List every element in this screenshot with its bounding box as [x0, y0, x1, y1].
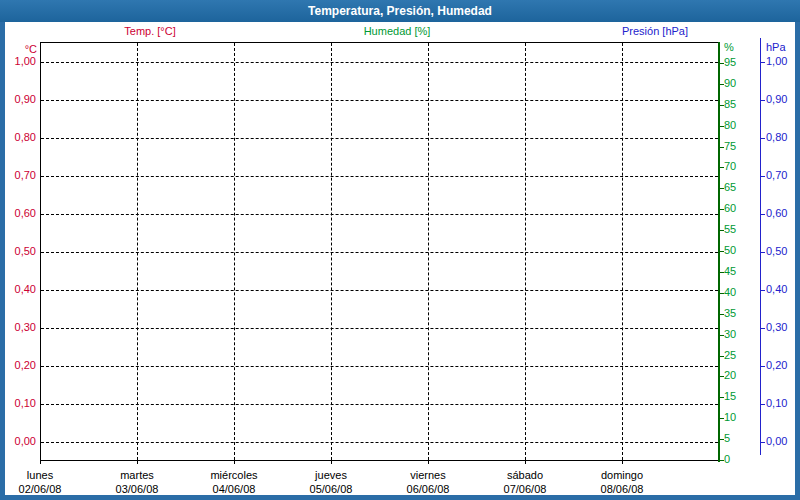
temperature-axis-tick-label: 0,60	[0, 207, 36, 220]
temperature-axis-tick-label: 0,70	[0, 169, 36, 182]
humidity-axis-tick-label: 45	[724, 265, 736, 278]
x-axis-tick	[234, 461, 235, 464]
pressure-axis-unit-label: hPa	[766, 41, 786, 54]
pressure-axis-tick-label: 0,40	[766, 283, 787, 296]
weather-chart-window: Temperatura, Presión, Humedad Temp. [°C]…	[0, 0, 800, 500]
pressure-axis-tick	[760, 290, 765, 291]
humidity-axis-tick-label: 40	[724, 286, 736, 299]
pressure-axis-tick	[760, 442, 765, 443]
grid-line-vertical	[428, 43, 429, 460]
x-axis-day-label: jueves	[283, 469, 379, 481]
x-axis-tick	[40, 461, 41, 464]
temperature-axis-tick-label: 0,90	[0, 93, 36, 106]
humidity-axis-unit-label: %	[724, 41, 734, 54]
pressure-axis-tick-label: 0,20	[766, 359, 787, 372]
humidity-axis-tick-label: 20	[724, 369, 736, 382]
x-axis-date-label: 05/06/08	[283, 483, 379, 495]
pressure-axis-tick-label: 0,30	[766, 321, 787, 334]
humidity-axis-tick-label: 15	[724, 390, 736, 403]
window-title-bar[interactable]: Temperatura, Presión, Humedad	[0, 0, 800, 22]
pressure-axis-tick-label: 0,10	[766, 397, 787, 410]
pressure-axis-tick-label: 0,60	[766, 207, 787, 220]
humidity-axis-tick-label: 35	[724, 307, 736, 320]
humidity-axis-tick-label: 75	[724, 140, 736, 153]
grid-line-horizontal	[41, 176, 718, 177]
humidity-axis-tick-label: 80	[724, 119, 736, 132]
humidity-axis-tick-label: 25	[724, 349, 736, 362]
x-axis-date-label: 02/06/08	[0, 483, 88, 495]
x-axis-tick	[137, 461, 138, 464]
grid-line-horizontal	[41, 366, 718, 367]
x-axis-day-label: lunes	[0, 469, 88, 481]
pressure-axis-tick-label: 1,00	[766, 55, 787, 68]
temperature-axis-tick-label: 0,50	[0, 245, 36, 258]
temperature-axis-tick-label: 1,00	[0, 55, 36, 68]
pressure-axis-tick-label: 0,50	[766, 245, 787, 258]
x-axis-date-label: 03/06/08	[89, 483, 185, 495]
pressure-axis-tick-label: 0,80	[766, 131, 787, 144]
window-frame-right	[795, 22, 800, 500]
window-frame-bottom	[0, 495, 800, 500]
grid-line-vertical	[331, 43, 332, 460]
temperature-axis-tick-label: 0,40	[0, 283, 36, 296]
pressure-axis-tick	[760, 62, 765, 63]
x-axis-date-label: 07/06/08	[477, 483, 573, 495]
x-axis-date-label: 06/06/08	[380, 483, 476, 495]
temperature-axis-tick-label: 0,10	[0, 397, 36, 410]
x-axis-date-label: 08/06/08	[574, 483, 670, 495]
x-axis-date-label: 04/06/08	[186, 483, 282, 495]
pressure-axis-tick	[760, 100, 765, 101]
x-axis-day-label: martes	[89, 469, 185, 481]
pressure-axis-tick	[760, 176, 765, 177]
humidity-axis-tick-label: 60	[724, 202, 736, 215]
window-title: Temperatura, Presión, Humedad	[308, 4, 492, 18]
grid-line-horizontal	[41, 290, 718, 291]
x-axis-day-label: viernes	[380, 469, 476, 481]
grid-line-horizontal	[41, 252, 718, 253]
pressure-axis-tick-label: 0,70	[766, 169, 787, 182]
grid-line-horizontal	[41, 442, 718, 443]
x-axis-day-label: domingo	[574, 469, 670, 481]
legend-temperature: Temp. [°C]	[124, 25, 175, 37]
temperature-axis-tick-label: 0,30	[0, 321, 36, 334]
pressure-axis-tick-label: 0,90	[766, 93, 787, 106]
x-axis-day-label: sábado	[477, 469, 573, 481]
humidity-axis-tick-label: 95	[724, 56, 736, 69]
grid-line-horizontal	[41, 404, 718, 405]
grid-line-vertical	[137, 43, 138, 460]
humidity-axis-tick-label: 70	[724, 160, 736, 173]
grid-line-horizontal	[41, 138, 718, 139]
humidity-axis-tick-label: 65	[724, 181, 736, 194]
x-axis-tick	[428, 461, 429, 464]
legend-pressure: Presión [hPa]	[622, 25, 688, 37]
humidity-axis-tick-label: 50	[724, 244, 736, 257]
pressure-axis-tick	[760, 404, 765, 405]
pressure-axis-tick	[760, 328, 765, 329]
pressure-axis-tick	[760, 366, 765, 367]
grid-line-vertical	[234, 43, 235, 460]
grid-line-vertical	[622, 43, 623, 460]
pressure-axis-tick	[760, 252, 765, 253]
humidity-axis-tick-label: 5	[724, 432, 730, 445]
grid-line-horizontal	[41, 62, 718, 63]
x-axis-tick	[622, 461, 623, 464]
grid-line-vertical	[525, 43, 526, 460]
humidity-axis-tick-label: 10	[724, 411, 736, 424]
humidity-axis-tick-label: 0	[724, 453, 730, 466]
pressure-axis-tick	[760, 214, 765, 215]
temperature-axis-tick-label: 0,20	[0, 359, 36, 372]
humidity-axis-tick-label: 30	[724, 328, 736, 341]
legend-humidity: Humedad [%]	[364, 25, 431, 37]
pressure-axis-tick-label: 0,00	[766, 435, 787, 448]
x-axis-tick	[331, 461, 332, 464]
humidity-axis-tick-label: 85	[724, 98, 736, 111]
temperature-axis-tick-label: 0,80	[0, 131, 36, 144]
pressure-axis-tick	[760, 138, 765, 139]
humidity-axis-tick-label: 90	[724, 77, 736, 90]
x-axis-tick	[525, 461, 526, 464]
grid-line-horizontal	[41, 214, 718, 215]
temperature-axis-tick-label: 0,00	[0, 435, 36, 448]
x-axis-day-label: miércoles	[186, 469, 282, 481]
humidity-axis-tick-label: 55	[724, 223, 736, 236]
grid-line-horizontal	[41, 328, 718, 329]
